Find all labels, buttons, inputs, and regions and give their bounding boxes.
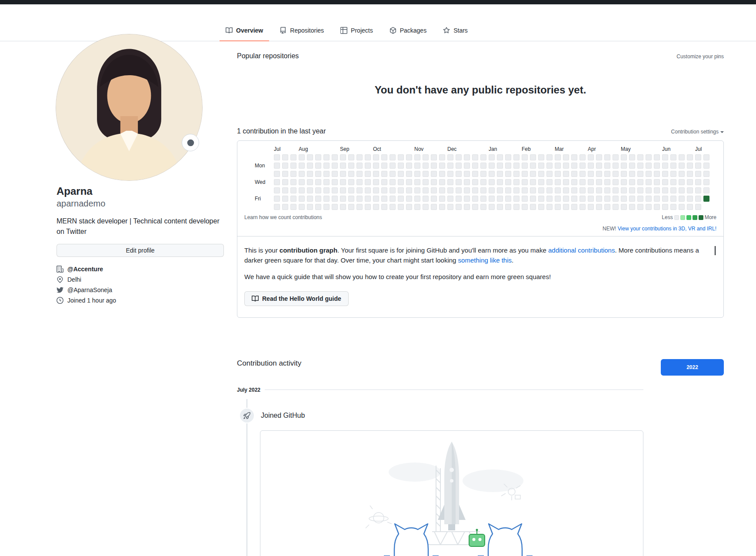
contribution-cell[interactable] [629,154,635,160]
contribution-cell[interactable] [522,163,528,169]
contribution-cell[interactable] [687,154,693,160]
contribution-cell[interactable] [687,204,693,210]
contribution-cell[interactable] [348,171,354,177]
contribution-cell[interactable] [604,196,610,202]
inline-link[interactable]: additional contributions [548,246,615,254]
contribution-cell[interactable] [447,179,453,185]
contribution-cell[interactable] [563,154,569,160]
contribution-cell[interactable] [282,204,288,210]
contribution-cell[interactable] [670,163,676,169]
contribution-cell[interactable] [571,171,577,177]
contribution-cell[interactable] [274,204,280,210]
profile-twitter[interactable]: @AparnaSoneja [57,286,224,293]
contribution-cell[interactable] [703,179,709,185]
contribution-cell[interactable] [695,196,701,202]
contribution-cell[interactable] [555,171,561,177]
contribution-cell[interactable] [629,204,635,210]
contribution-cell[interactable] [695,171,701,177]
contribution-cell[interactable] [687,196,693,202]
contribution-cell[interactable] [662,154,668,160]
contribution-cell[interactable] [489,196,495,202]
contribution-cell[interactable] [687,187,693,193]
contribution-cell[interactable] [348,196,354,202]
contribution-cell[interactable] [381,204,387,210]
contribution-cell[interactable] [472,154,478,160]
contribution-cell[interactable] [662,179,668,185]
contribution-cell[interactable] [439,187,445,193]
contribution-cell[interactable] [579,154,586,160]
contribution-cell[interactable] [398,163,404,169]
contribution-cell[interactable] [530,154,536,160]
contribution-cell[interactable] [307,204,313,210]
learn-contributions-link[interactable]: Learn how we count contributions [244,214,322,220]
contribution-cell[interactable] [613,163,619,169]
contribution-cell[interactable] [315,154,321,160]
contribution-cell[interactable] [423,187,429,193]
contribution-cell[interactable] [604,204,610,210]
contribution-cell[interactable] [340,179,346,185]
contribution-cell[interactable] [530,179,536,185]
contribution-cell[interactable] [596,163,602,169]
contribution-cell[interactable] [480,163,486,169]
contribution-cell[interactable] [480,154,486,160]
contribution-cell[interactable] [406,187,412,193]
contribution-cell[interactable] [332,171,338,177]
contribution-cell[interactable] [381,171,387,177]
contribution-cell[interactable] [571,179,577,185]
contribution-cell[interactable] [604,179,610,185]
contribution-cell[interactable] [613,187,619,193]
avatar[interactable] [56,34,203,181]
contribution-cell[interactable] [456,171,462,177]
contribution-cell[interactable] [679,179,685,185]
contribution-cell[interactable] [315,196,321,202]
contribution-cell[interactable] [480,204,486,210]
contribution-cell[interactable] [497,187,503,193]
contribution-cell[interactable] [530,187,536,193]
contribution-cell[interactable] [365,154,371,160]
contribution-cell[interactable] [323,163,330,169]
contribution-cell[interactable] [546,204,553,210]
contribution-cell[interactable] [464,179,470,185]
contribution-cell[interactable] [356,179,363,185]
contribution-cell[interactable] [332,187,338,193]
contribution-cell[interactable] [348,163,354,169]
contribution-cell[interactable] [596,179,602,185]
contribution-cells[interactable] [274,154,709,210]
contribution-cell[interactable] [679,196,685,202]
contribution-cell[interactable] [290,187,296,193]
contribution-cell[interactable] [563,187,569,193]
contribution-cell[interactable] [398,171,404,177]
contribution-cell[interactable] [406,163,412,169]
contribution-cell[interactable] [629,163,635,169]
contribution-cell[interactable] [282,154,288,160]
contribution-cell[interactable] [629,179,635,185]
contribution-cell[interactable] [497,171,503,177]
contribution-cell[interactable] [332,154,338,160]
contribution-cell[interactable] [480,187,486,193]
contribution-cell[interactable] [464,154,470,160]
contribution-cell[interactable] [423,154,429,160]
contribution-cell[interactable] [274,196,280,202]
contribution-cell[interactable] [588,163,594,169]
contribution-cell[interactable] [546,154,553,160]
set-status-button[interactable] [182,134,199,151]
contribution-cell[interactable] [456,204,462,210]
contribution-cell[interactable] [613,154,619,160]
contribution-cell[interactable] [307,187,313,193]
contribution-cell[interactable] [588,171,594,177]
contribution-cell[interactable] [431,163,437,169]
contribution-cell[interactable] [695,187,701,193]
contribution-cell[interactable] [505,196,511,202]
contribution-cell[interactable] [629,171,635,177]
contribution-cell[interactable] [299,187,305,193]
contribution-cell[interactable] [431,196,437,202]
contribution-cell[interactable] [406,179,412,185]
hello-world-guide-button[interactable]: Read the Hello World guide [244,291,349,306]
contribution-cell[interactable] [456,196,462,202]
tab-packages[interactable]: Packages [383,20,433,41]
contribution-cell[interactable] [365,204,371,210]
contribution-cell[interactable] [588,204,594,210]
contribution-cell[interactable] [563,171,569,177]
contribution-cell[interactable] [447,154,453,160]
contribution-cell[interactable] [340,163,346,169]
